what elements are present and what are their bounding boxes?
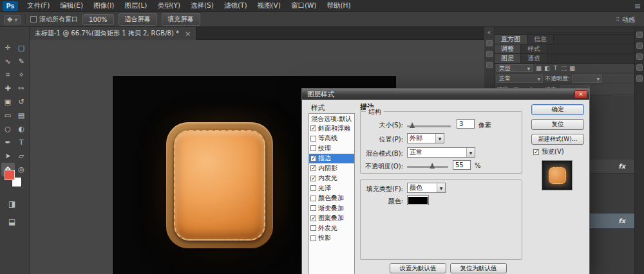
layer-blend-mode-select[interactable]: 正常 ▼ bbox=[497, 75, 543, 83]
eyedropper-tool[interactable]: ✧ bbox=[15, 68, 28, 82]
gradient-tool[interactable]: ▤ bbox=[15, 109, 28, 122]
preview-option[interactable]: 预览(V) bbox=[533, 147, 564, 156]
checkbox-icon[interactable] bbox=[310, 125, 316, 131]
menu-item-文件(F)[interactable]: 文件(F) bbox=[22, 0, 55, 12]
position-select[interactable]: 外部 bbox=[407, 133, 444, 143]
shape-tool[interactable]: ▱ bbox=[15, 149, 28, 163]
menu-item-窗口(W)[interactable]: 窗口(W) bbox=[286, 0, 322, 12]
style-item-斜面和浮雕[interactable]: 斜面和浮雕 bbox=[309, 123, 354, 134]
screen-mode-icon[interactable]: ⬓ bbox=[8, 217, 15, 226]
dock-panel-icon[interactable] bbox=[636, 42, 643, 49]
checkbox-icon[interactable] bbox=[310, 235, 316, 241]
panel-tab-直方图[interactable]: 直方图 bbox=[495, 35, 527, 44]
dialog-close-button[interactable]: × bbox=[574, 90, 587, 98]
blur-tool[interactable]: ○ bbox=[1, 122, 15, 136]
opacity-input[interactable]: 55 bbox=[453, 160, 471, 170]
panel-tab-信息[interactable]: 信息 bbox=[527, 35, 554, 44]
type-tool[interactable]: T bbox=[15, 136, 28, 149]
checkbox-icon[interactable] bbox=[310, 136, 316, 142]
style-item-内阴影[interactable]: 内阴影 bbox=[309, 163, 354, 174]
pen-tool[interactable]: ✒ bbox=[1, 136, 15, 149]
shape-layer-filter-icon[interactable]: ⬚ bbox=[560, 65, 568, 71]
checkbox-icon[interactable] bbox=[310, 205, 316, 211]
layer-filter-kind-select[interactable]: 类型 ▼ bbox=[497, 64, 533, 72]
dock-panel-icon[interactable] bbox=[486, 51, 493, 57]
dialog-title-bar[interactable]: 图层样式 bbox=[302, 89, 589, 100]
type-layer-filter-icon[interactable]: T bbox=[551, 65, 560, 71]
style-item-图案叠加[interactable]: 图案叠加 bbox=[309, 214, 354, 224]
style-item-投影[interactable]: 投影 bbox=[309, 233, 354, 244]
checkbox-icon[interactable] bbox=[310, 215, 316, 221]
style-item-纹理[interactable]: 纹理 bbox=[309, 143, 354, 154]
dock-panel-icon[interactable] bbox=[486, 62, 493, 68]
menu-item-图像(I)[interactable]: 图像(I) bbox=[88, 0, 119, 12]
style-item-渐变叠加[interactable]: 渐变叠加 bbox=[309, 203, 354, 214]
menu-item-编辑(E)[interactable]: 编辑(E) bbox=[55, 0, 88, 12]
menu-item-滤镜(T)[interactable]: 滤镜(T) bbox=[219, 0, 252, 12]
foreground-color-swatch[interactable] bbox=[5, 170, 15, 180]
set-default-button[interactable]: 设置为默认值 bbox=[390, 263, 446, 273]
history-brush-tool[interactable]: ↺ bbox=[15, 95, 28, 109]
dock-panel-icon[interactable] bbox=[636, 64, 643, 71]
brush-tool[interactable]: ✏ bbox=[15, 82, 28, 95]
move-tool[interactable]: ✛ bbox=[1, 41, 15, 55]
style-item-blending-options[interactable]: 混合选项:默认 bbox=[309, 114, 354, 123]
checkbox-icon[interactable] bbox=[310, 145, 316, 151]
checkbox-icon[interactable] bbox=[310, 185, 316, 191]
crop-tool[interactable]: ⌗ bbox=[1, 68, 15, 82]
menu-item-类型(Y)[interactable]: 类型(Y) bbox=[152, 0, 185, 12]
checkbox-icon[interactable] bbox=[533, 149, 539, 155]
fill-type-select[interactable]: 颜色 bbox=[407, 183, 446, 193]
dodge-tool[interactable]: ◐ bbox=[15, 122, 28, 136]
clone-stamp-tool[interactable]: ▣ bbox=[1, 95, 15, 109]
window-menu-icon[interactable]: ▤ bbox=[634, 3, 640, 9]
path-selection-tool[interactable]: ➤ bbox=[1, 149, 15, 163]
collapse-panels-icon[interactable]: « bbox=[484, 29, 494, 35]
checkbox-icon[interactable] bbox=[310, 165, 316, 171]
menu-item-视图(V)[interactable]: 视图(V) bbox=[252, 0, 285, 12]
checkbox-icon[interactable] bbox=[30, 16, 37, 23]
fill-screen-button[interactable]: 填充屏幕 bbox=[162, 13, 200, 26]
stroke-color-swatch[interactable] bbox=[407, 196, 429, 205]
quick-mask-icon[interactable]: ◨ bbox=[8, 199, 15, 208]
size-input[interactable]: 3 bbox=[457, 119, 475, 129]
panel-tab-调整[interactable]: 调整 bbox=[495, 44, 521, 53]
workspace-switcher[interactable]: ⠿ 动感 bbox=[616, 12, 635, 27]
style-item-颜色叠加[interactable]: 颜色叠加 bbox=[309, 194, 354, 204]
smart-object-filter-icon[interactable]: ▩ bbox=[568, 65, 576, 71]
style-item-内发光[interactable]: 内发光 bbox=[309, 174, 354, 184]
checkbox-icon[interactable] bbox=[310, 196, 316, 201]
panel-tab-图层[interactable]: 图层 bbox=[495, 54, 521, 63]
rect-marquee-tool[interactable]: ▢ bbox=[15, 41, 28, 55]
menu-item-帮助(H)[interactable]: 帮助(H) bbox=[321, 0, 355, 12]
ok-button[interactable]: 确定 bbox=[531, 104, 584, 115]
dock-panel-icon[interactable] bbox=[486, 40, 493, 46]
lasso-tool[interactable]: ∿ bbox=[1, 55, 15, 68]
eraser-tool[interactable]: ▭ bbox=[1, 109, 15, 122]
layer-opacity-select[interactable]: ▼ bbox=[572, 75, 601, 83]
size-slider[interactable] bbox=[407, 125, 451, 127]
checkbox-icon[interactable] bbox=[310, 156, 316, 161]
checkbox-icon[interactable] bbox=[310, 176, 316, 181]
style-item-描边[interactable]: 描边 bbox=[309, 154, 354, 164]
dock-panel-icon[interactable] bbox=[636, 75, 643, 82]
dock-panel-icon[interactable] bbox=[636, 53, 643, 60]
quick-selection-tool[interactable]: ✎ bbox=[15, 55, 28, 68]
opacity-slider[interactable] bbox=[407, 166, 448, 168]
reset-default-button[interactable]: 复位为默认值 bbox=[450, 263, 507, 273]
menu-item-选择(S)[interactable]: 选择(S) bbox=[185, 0, 219, 12]
blend-mode-select[interactable]: 正常 bbox=[407, 147, 475, 158]
panel-tab-样式[interactable]: 样式 bbox=[521, 44, 547, 53]
checkbox-icon[interactable] bbox=[310, 225, 316, 231]
close-icon[interactable]: × bbox=[185, 30, 191, 38]
panel-tab-通道[interactable]: 通道 bbox=[521, 54, 547, 63]
tool-preset-picker[interactable]: ✥ ▼ bbox=[4, 15, 21, 24]
adjustment-layer-filter-icon[interactable]: ◧ bbox=[543, 65, 551, 71]
document-tab[interactable]: 未标题-1 @ 66.7%(圆角矩形 1 拷贝 2, RGB/8) * × bbox=[30, 27, 196, 40]
dock-panel-icon[interactable] bbox=[636, 32, 643, 38]
scroll-all-windows-option[interactable]: 滚动所有窗口 bbox=[30, 15, 78, 24]
healing-brush-tool[interactable]: ✚ bbox=[1, 82, 15, 95]
pixel-layer-filter-icon[interactable]: ▦ bbox=[535, 65, 543, 71]
fit-screen-button[interactable]: 适合屏幕 bbox=[118, 13, 157, 26]
style-item-等高线[interactable]: 等高线 bbox=[309, 134, 354, 144]
